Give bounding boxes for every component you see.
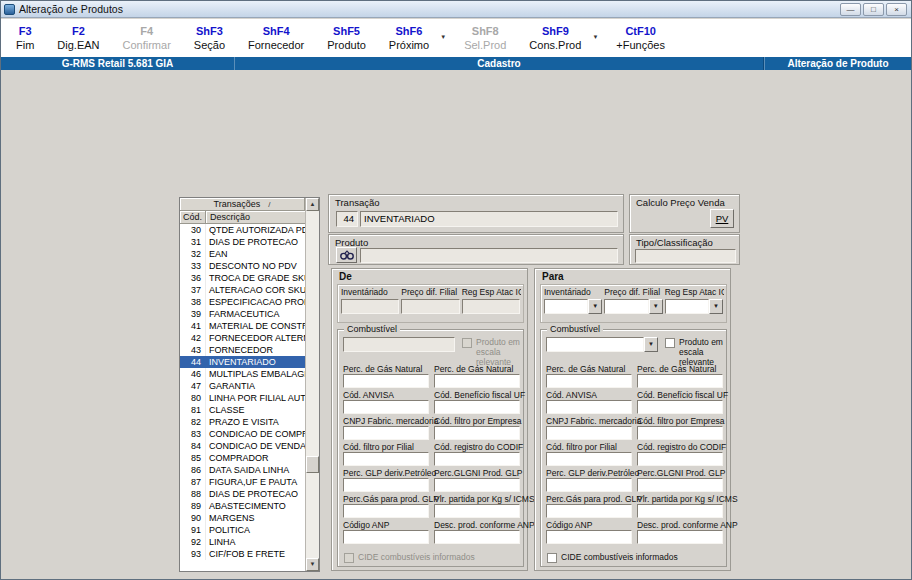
- de-combustivel-field[interactable]: [343, 337, 455, 352]
- close-button[interactable]: ×: [886, 3, 907, 16]
- table-row[interactable]: 44 INVENTARIADO: [180, 356, 305, 368]
- toolbar-button[interactable]: F4 Confirmar ▼: [113, 21, 181, 55]
- toolbar-button[interactable]: CtF10 +Funções ▼: [606, 21, 675, 55]
- para-top-combo[interactable]: ▼: [665, 299, 723, 314]
- transacao-name-field[interactable]: INVENTARIADO: [360, 211, 618, 227]
- table-row[interactable]: 93 CIF/FOB E FRETE: [180, 548, 305, 560]
- table-row[interactable]: 32 EAN: [180, 248, 305, 260]
- table-row[interactable]: 82 PRAZO E VISITA: [180, 416, 305, 428]
- chevron-down-icon[interactable]: ▼: [644, 337, 658, 352]
- toolbar-button[interactable]: ShF3 Seção ▼: [184, 21, 235, 55]
- table-row[interactable]: 86 DATA SAIDA LINHA: [180, 464, 305, 476]
- toolbar-button[interactable]: ShF9 Cons.Prod ▼: [519, 21, 591, 55]
- search-product-button[interactable]: [336, 247, 357, 263]
- table-row[interactable]: 33 DESCONTO NO PDV: [180, 260, 305, 272]
- de-fuel-field[interactable]: [434, 530, 520, 544]
- table-row[interactable]: 88 DIAS DE PROTECAO: [180, 488, 305, 500]
- de-top-field[interactable]: [401, 299, 459, 314]
- de-escala-checkbox[interactable]: Produto em escala relevante: [462, 337, 520, 367]
- para-fuel-field[interactable]: [546, 452, 632, 466]
- de-fuel-field[interactable]: [343, 400, 429, 414]
- table-row[interactable]: 91 POLITICA: [180, 524, 305, 536]
- para-fuel-field[interactable]: [637, 530, 723, 544]
- para-fuel-field[interactable]: [546, 530, 632, 544]
- toolbar-button[interactable]: ShF5 Produto ▼: [317, 21, 376, 55]
- transacao-code-field[interactable]: 44: [336, 211, 358, 227]
- chevron-down-icon[interactable]: ▼: [588, 299, 602, 314]
- table-row[interactable]: 30 QTDE AUTORIZADA PDV: [180, 224, 305, 236]
- de-cide-checkbox[interactable]: CIDE combustíveis informados: [344, 552, 475, 563]
- para-fuel-field[interactable]: [546, 400, 632, 414]
- para-fuel-field[interactable]: [637, 400, 723, 414]
- tipo-classificacao-field[interactable]: [635, 249, 736, 263]
- table-row[interactable]: 81 CLASSE: [180, 404, 305, 416]
- scroll-down-icon[interactable]: ▼: [306, 558, 319, 571]
- table-row[interactable]: 80 LINHA POR FILIAL AUTO: [180, 392, 305, 404]
- table-row[interactable]: 31 DIAS DE PROTECAO: [180, 236, 305, 248]
- de-top-field[interactable]: [462, 299, 520, 314]
- de-fuel-field[interactable]: [434, 452, 520, 466]
- table-row[interactable]: 36 TROCA DE GRADE SKU: [180, 272, 305, 284]
- para-fuel-field[interactable]: [637, 478, 723, 492]
- de-fuel-field[interactable]: [434, 374, 520, 388]
- table-row[interactable]: 46 MULTIPLAS EMBALAGEN: [180, 368, 305, 380]
- de-fuel-field[interactable]: [434, 478, 520, 492]
- chevron-down-icon[interactable]: ▼: [649, 299, 663, 314]
- toolbar-button[interactable]: ShF8 Sel.Prod ▼: [454, 21, 516, 55]
- table-row[interactable]: 85 COMPRADOR: [180, 452, 305, 464]
- para-fuel-field[interactable]: [637, 374, 723, 388]
- table-row[interactable]: 39 FARMACEUTICA: [180, 308, 305, 320]
- para-escala-checkbox[interactable]: Produto em escala relevante: [665, 337, 723, 367]
- table-row[interactable]: 89 ABASTECIMENTO: [180, 500, 305, 512]
- para-cide-checkbox[interactable]: CIDE combustíveis informados: [547, 552, 678, 563]
- de-fuel-field[interactable]: [343, 504, 429, 518]
- toolbar-button[interactable]: ShF6 Próximo ▼: [379, 21, 439, 55]
- para-fuel-field[interactable]: [546, 374, 632, 388]
- column-header-desc[interactable]: Descrição: [206, 211, 305, 224]
- chevron-down-icon[interactable]: ▼: [592, 34, 598, 40]
- table-row[interactable]: 47 GARANTIA: [180, 380, 305, 392]
- para-fuel-field[interactable]: [546, 426, 632, 440]
- toolbar-button[interactable]: F3 Fim ▼: [6, 21, 44, 55]
- table-row[interactable]: 90 MARGENS: [180, 512, 305, 524]
- de-fuel-field[interactable]: [343, 452, 429, 466]
- table-row[interactable]: 83 CONDICAO DE COMPRA: [180, 428, 305, 440]
- produto-field[interactable]: [360, 248, 618, 263]
- table-row[interactable]: 87 FIGURA,UF E PAUTA: [180, 476, 305, 488]
- pv-button[interactable]: PV: [710, 209, 734, 228]
- chevron-down-icon[interactable]: ▼: [440, 34, 446, 40]
- para-fuel-field[interactable]: [546, 478, 632, 492]
- para-combustivel-combo[interactable]: ▼: [546, 337, 658, 352]
- para-top-combo[interactable]: ▼: [544, 299, 602, 314]
- table-row[interactable]: 38 ESPECIFICACAO PRODUTO: [180, 296, 305, 308]
- chevron-down-icon[interactable]: ▼: [709, 299, 723, 314]
- scroll-up-icon[interactable]: ▲: [306, 198, 319, 211]
- para-fuel-field[interactable]: [546, 504, 632, 518]
- table-row[interactable]: 43 FORNECEDOR: [180, 344, 305, 356]
- toolbar-button[interactable]: ShF4 Fornecedor ▼: [238, 21, 314, 55]
- transactions-list-title[interactable]: Transações /: [180, 198, 305, 211]
- para-fuel-field[interactable]: [637, 426, 723, 440]
- de-fuel-field[interactable]: [434, 400, 520, 414]
- para-fuel-field[interactable]: [637, 504, 723, 518]
- de-fuel-field[interactable]: [343, 426, 429, 440]
- table-row[interactable]: 92 LINHA: [180, 536, 305, 548]
- de-fuel-field[interactable]: [434, 426, 520, 440]
- table-row[interactable]: 42 FORNECEDOR ALTERNATIV: [180, 332, 305, 344]
- table-row[interactable]: 41 MATERIAL DE CONSTRUCA: [180, 320, 305, 332]
- toolbar-button[interactable]: F2 Dig.EAN ▼: [47, 21, 109, 55]
- de-fuel-field[interactable]: [343, 478, 429, 492]
- para-fuel-field[interactable]: [637, 452, 723, 466]
- de-fuel-field[interactable]: [343, 374, 429, 388]
- maximize-button[interactable]: □: [863, 3, 884, 16]
- table-row[interactable]: 84 CONDICAO DE VENDA: [180, 440, 305, 452]
- minimize-button[interactable]: —: [840, 3, 861, 16]
- vertical-scrollbar[interactable]: ▲ ▼: [305, 198, 319, 571]
- de-fuel-field[interactable]: [434, 504, 520, 518]
- scrollbar-thumb[interactable]: [306, 456, 319, 473]
- column-header-code[interactable]: Cód.: [180, 211, 206, 224]
- de-top-field[interactable]: [341, 299, 399, 314]
- para-top-combo[interactable]: ▼: [604, 299, 662, 314]
- de-fuel-field[interactable]: [343, 530, 429, 544]
- table-row[interactable]: 37 ALTERACAO COR SKU: [180, 284, 305, 296]
